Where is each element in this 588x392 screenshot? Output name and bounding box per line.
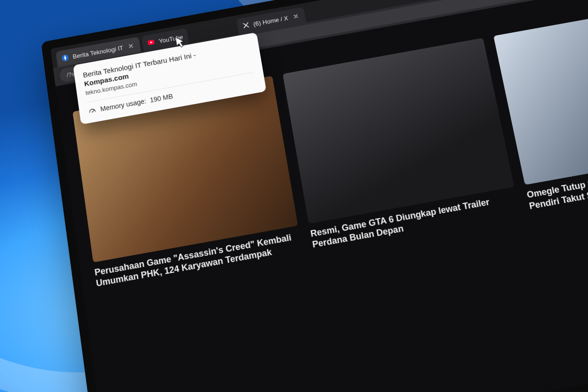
gauge-icon [88, 106, 98, 116]
tooltip-memory-value: 190 MB [149, 93, 173, 104]
kompas-icon [61, 53, 69, 62]
mouse-cursor-icon [175, 35, 186, 49]
tab-label: (6) Home / X [253, 14, 289, 27]
tab-close-button[interactable] [291, 11, 301, 21]
tooltip-memory-label: Memory usage: [100, 97, 147, 113]
x-icon [242, 21, 250, 30]
tab-close-button[interactable] [126, 41, 136, 51]
scene: Berita Teknologi IT YouTube [0, 0, 588, 392]
news-thumbnail [283, 38, 514, 223]
youtube-icon [147, 38, 156, 47]
monitor: Berita Teknologi IT YouTube [41, 0, 588, 392]
screen: Berita Teknologi IT YouTube [50, 0, 588, 392]
monitor-bezel: Berita Teknologi IT YouTube [41, 0, 588, 392]
